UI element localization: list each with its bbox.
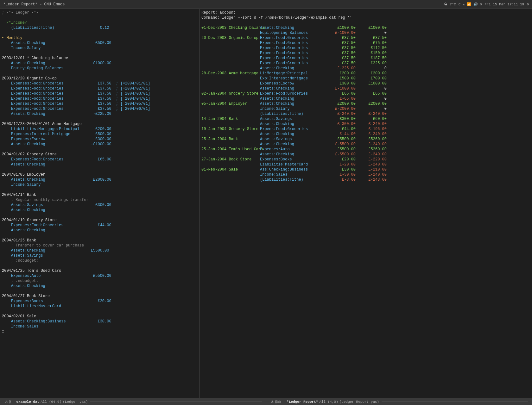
titlebar-time: Fri 15 Mar 17:11:19 [484, 3, 524, 6]
titlebar-title: *Ledger Report* - GNU Emacs [3, 2, 65, 7]
status-right-mode2: (Ledger Report yas) [339, 400, 379, 404]
row-running: £112.50 [358, 46, 387, 51]
txn-20040119: 2004/01/19 Grocery Store [2, 218, 197, 223]
txn-20040102-p2: Assets:Checking [2, 162, 197, 167]
txn-20040201-p2: Income:Sales [2, 324, 197, 329]
row-date [201, 61, 260, 66]
status-left-info: All (64,0) [41, 400, 61, 404]
row-running: £-220.00 [358, 157, 387, 162]
txn-20031228-p4: Assets:Checking -£1000.00 [2, 142, 197, 147]
row-running: £-240.00 [358, 122, 387, 127]
row-running: £2000.00 [358, 101, 387, 106]
row-amount: £37.50 [330, 35, 358, 40]
blank-line [2, 147, 197, 152]
row-date [201, 40, 260, 46]
txn-20031220-p7: Assets:Checking -£225.00 [2, 111, 197, 116]
row-amount: £300.00 [330, 116, 358, 122]
txn-20031220-p3: Expenses:Food:Groceries £37.50 ; [=2004/… [2, 91, 197, 96]
txn-20040127-p1: Expenses:Books £20.00 [2, 299, 197, 304]
row-running: £60.00 [358, 116, 387, 122]
txn-20040105-p2: Income:Salary [2, 182, 197, 187]
txn-20040201-p1: Assets:Checking:Business £30.00 [2, 319, 197, 324]
blank-line [2, 15, 197, 20]
txn-20040125b: 2004/01/25 Tom's Used Cars [2, 268, 197, 273]
row-account: Assets:Checking [260, 66, 330, 71]
row-amount: £37.50 [330, 61, 358, 66]
txn-20040125a-p1: Assets:Checking £5500.00 [2, 248, 197, 253]
txn-20040125b-p1: Expenses:Auto £5500.00 [2, 273, 197, 278]
row-account: Assets:Savings [260, 137, 330, 142]
row-running: £-240.00 [358, 152, 387, 157]
txn-20040125a-tag: ; :nobudget: [2, 258, 197, 263]
row-running: £-243.60 [358, 177, 387, 182]
blank-line [2, 263, 197, 268]
row-running: £225.00 [358, 61, 387, 66]
row-date: 01-Feb-2004 Sale [201, 167, 260, 172]
txn-20040127: 2004/01/27 Book Store [2, 294, 197, 299]
row-running: £-240.00 [358, 162, 387, 167]
weather-widget: 🌤 7°C [444, 2, 456, 6]
txn-20040119-p2: Assets:Checking [2, 228, 197, 233]
row-date [201, 172, 260, 177]
txn-20031201: 2003/12/01 * Checking balance [2, 56, 197, 61]
row-running: £-240.00 [358, 132, 387, 137]
checking-posting: Assets:Checking £500.00 [2, 40, 197, 46]
right-pane[interactable]: Report: account Command: ledger --sort d… [200, 9, 532, 398]
txn-20040102-p1: Expenses:Food:Groceries £65.00 [2, 157, 197, 162]
row-account: Assets:Checking [260, 142, 330, 147]
blank-line [2, 51, 197, 56]
row-amount: £30.00 [330, 167, 358, 172]
row-account: (Liabilities:Tithe) [260, 111, 330, 116]
status-right-mode: -U:@%%-- [269, 400, 286, 404]
row-date [201, 152, 260, 157]
row-amount: £-1000.00 [330, 86, 358, 91]
report-row: Liabilitie:MasterCard£-20.00£-240.00 [201, 162, 530, 167]
row-date [201, 142, 260, 147]
row-date [201, 86, 260, 91]
txn-20040125b-tag: ; :nobudget: [2, 278, 197, 284]
report-row: 02-Jan-2004 Grocery StoreExpens:Food:Gro… [201, 91, 530, 96]
row-account: (Liabilities:Tithe) [260, 177, 330, 182]
row-running: £-210.00 [358, 167, 387, 172]
row-date: 05-Jan-2004 Employer [201, 101, 260, 106]
cursor-line: □ [2, 329, 197, 334]
row-date [201, 46, 260, 51]
row-amount: £200.00 [330, 71, 358, 76]
statusbar: -U:@-- example.dat All (64,0) (Ledger ya… [0, 398, 532, 405]
row-running: £1000.00 [358, 25, 387, 30]
blank-line [2, 167, 197, 172]
row-amount: £37.50 [330, 40, 358, 46]
row-running: £700.00 [358, 76, 387, 81]
txn-20031228-p3: Expenses:Escrow £300.00 [2, 137, 197, 142]
row-running: £75.00 [358, 40, 387, 46]
main-container: ; -*- ledger -*- = /*Income/ (Liabilitie… [0, 9, 532, 398]
report-row: 19-Jan-2004 Grocery StoreExpens:Food:Gro… [201, 127, 530, 132]
report-divider: ========================================… [201, 20, 530, 25]
row-running: £200.00 [358, 71, 387, 76]
report-row: Income:Salary£-2000.000 [201, 106, 530, 111]
row-account: Expens:Food:Groceries [260, 91, 330, 96]
row-amount: £1000.00 [330, 25, 358, 30]
settings-icon[interactable]: ⚙ [527, 2, 529, 6]
row-account: Assets:Checking [260, 96, 330, 101]
row-account: Expens:Food:Groceries [260, 61, 330, 66]
txn-20040114-comment: ; Regular monthly savings transfer [2, 197, 197, 202]
txn-20031220: 2003/12/20 Organic Co-op [2, 76, 197, 81]
report-row: 28-Dec-2003 Acme MortgageLi:Mortgage:Pri… [201, 71, 530, 76]
row-date [201, 111, 260, 116]
titlebar: *Ledger Report* - GNU Emacs 🌤 7°C C ✉ 📶 … [0, 0, 532, 9]
titlebar-icons: C ✉ 📶 🔊 ⚙ [459, 2, 482, 6]
row-amount: £44.00 [330, 127, 358, 132]
row-date: 25-Jan-2004 Tom's Used Cars [201, 147, 260, 152]
row-account: Income:Salary [260, 106, 330, 111]
row-date: 01-Dec-2003 Checking balance [201, 25, 260, 30]
txn-20031220-p4: Expenses:Food:Groceries £37.50 ; [=2004/… [2, 96, 197, 101]
row-amount: £65.00 [330, 91, 358, 96]
row-account: Assets:Checking [260, 152, 330, 157]
left-pane[interactable]: ; -*- ledger -*- = /*Income/ (Liabilitie… [0, 9, 200, 398]
row-date: 20-Dec-2003 Organic Co-op [201, 35, 260, 40]
status-right-info: All (4,0) [319, 400, 338, 404]
blank-line [2, 30, 197, 35]
row-running: £-240.00 [358, 172, 387, 177]
row-date [201, 51, 260, 56]
